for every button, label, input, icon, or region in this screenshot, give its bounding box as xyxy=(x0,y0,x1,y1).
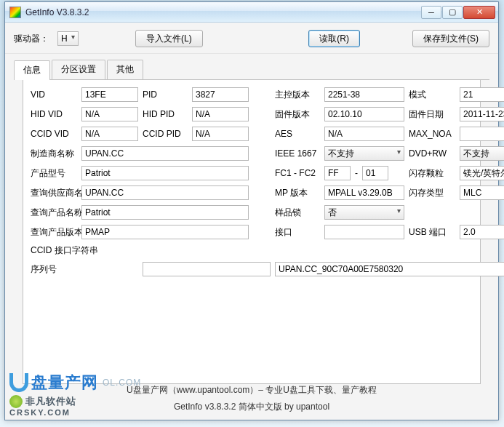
flasht-field[interactable] xyxy=(460,185,504,200)
serial-left-field[interactable] xyxy=(143,262,271,276)
tabs: 信息 分区设置 其他 VID PID 主控版本 模式 HID VID HID P… xyxy=(5,54,498,384)
qvendor-field[interactable] xyxy=(81,185,249,200)
aes-field[interactable] xyxy=(324,127,404,141)
hidpid-field[interactable] xyxy=(192,107,249,121)
tab-info[interactable]: 信息 xyxy=(14,60,50,80)
mfg-label: 制造商名称 xyxy=(31,148,77,160)
hidpid-label: HID PID xyxy=(143,109,188,119)
mfg-field[interactable] xyxy=(81,146,249,161)
prod-field[interactable] xyxy=(81,166,249,180)
footer-line1: U盘量产网（www.upantool.com）– 专业U盘工具下载、量产教程 xyxy=(5,382,498,399)
tab-other[interactable]: 其他 xyxy=(107,60,143,79)
vid-label: VID xyxy=(31,89,77,100)
sample-select[interactable]: 否 xyxy=(324,205,404,220)
qprod-field[interactable] xyxy=(81,205,249,220)
qvendor-label: 查询供应商名称 xyxy=(31,187,77,199)
sample-label: 样品锁 xyxy=(275,207,320,219)
info-panel: VID PID 主控版本 模式 HID VID HID PID 固件版本 固件日… xyxy=(23,80,481,384)
hidvid-field[interactable] xyxy=(81,107,138,121)
mode-field[interactable] xyxy=(460,87,504,102)
maxnoa-label: MAX_NOA xyxy=(409,129,455,139)
app-icon xyxy=(9,7,21,18)
pid-field[interactable] xyxy=(192,87,249,102)
prod-label: 产品型号 xyxy=(31,167,77,180)
maxnoa-field[interactable] xyxy=(460,127,504,141)
drive-select[interactable]: H xyxy=(57,31,79,46)
dvdrw-select[interactable]: 不支持 xyxy=(460,146,504,161)
drive-label: 驱动器： xyxy=(14,33,49,45)
qver-field[interactable] xyxy=(81,225,249,239)
read-button[interactable]: 读取(R) xyxy=(308,30,360,47)
fwver-label: 固件版本 xyxy=(275,108,320,121)
iface-label: 接口 xyxy=(275,226,320,239)
window-buttons: ─ ▢ ✕ xyxy=(421,6,495,19)
ccidvid-label: CCID VID xyxy=(31,129,77,139)
fc-pair: - xyxy=(324,166,404,180)
tabstrip: 信息 分区设置 其他 xyxy=(14,60,489,80)
iface-field[interactable] xyxy=(324,225,404,239)
ccidvid-field[interactable] xyxy=(81,127,138,141)
mcver-field[interactable] xyxy=(324,87,404,102)
vid-field[interactable] xyxy=(81,87,138,102)
serial-label: 序列号 xyxy=(31,263,77,276)
ccidpid-field[interactable] xyxy=(192,127,249,141)
tab-partition[interactable]: 分区设置 xyxy=(52,60,105,79)
fc-label: FC1 - FC2 xyxy=(275,168,320,178)
fwdate-field[interactable] xyxy=(460,107,504,121)
usb-field[interactable] xyxy=(460,225,504,239)
mode-label: 模式 xyxy=(409,89,455,101)
qprod-label: 查询产品名称 xyxy=(31,207,77,219)
ieee-select[interactable]: 不支持 xyxy=(324,146,404,161)
import-button[interactable]: 导入文件(L) xyxy=(135,30,203,47)
mcver-label: 主控版本 xyxy=(275,89,320,101)
aes-label: AES xyxy=(275,129,320,139)
flashp-field[interactable] xyxy=(460,166,504,180)
flashp-label: 闪存颗粒 xyxy=(409,167,455,180)
usb-label: USB 端口 xyxy=(409,226,455,239)
hidvid-label: HID VID xyxy=(31,109,77,119)
footer: U盘量产网（www.upantool.com）– 专业U盘工具下载、量产教程 G… xyxy=(5,382,498,415)
ccidstr-label: CCID 接口字符串 xyxy=(31,244,77,257)
minimize-button[interactable]: ─ xyxy=(421,6,441,19)
flasht-label: 闪存类型 xyxy=(409,187,455,199)
dvdrw-label: DVD+RW xyxy=(409,148,455,159)
pid-label: PID xyxy=(143,89,188,100)
titlebar: GetInfo V3.8.3.2 ─ ▢ ✕ xyxy=(5,2,498,23)
drive-select-wrap: H xyxy=(57,31,79,46)
close-button[interactable]: ✕ xyxy=(463,6,495,19)
serial-right-field[interactable] xyxy=(275,262,504,276)
fwver-field[interactable] xyxy=(324,107,404,121)
field-grid: VID PID 主控版本 模式 HID VID HID PID 固件版本 固件日… xyxy=(31,87,473,276)
maximize-button[interactable]: ▢ xyxy=(442,6,463,19)
mpver-label: MP 版本 xyxy=(275,187,320,199)
window-title: GetInfo V3.8.3.2 xyxy=(25,7,421,17)
toolbar: 驱动器： H 导入文件(L) 读取(R) 保存到文件(S) xyxy=(5,23,498,54)
mpver-field[interactable] xyxy=(324,185,404,200)
fc1-field[interactable] xyxy=(324,166,351,180)
fc2-field[interactable] xyxy=(362,166,388,180)
save-button[interactable]: 保存到文件(S) xyxy=(412,30,489,47)
ieee-label: IEEE 1667 xyxy=(275,148,320,159)
app-window: GetInfo V3.8.3.2 ─ ▢ ✕ 驱动器： H 导入文件(L) 读取… xyxy=(4,1,499,420)
fwdate-label: 固件日期 xyxy=(409,108,455,121)
qver-label: 查询产品版本 xyxy=(31,226,77,239)
ccidpid-label: CCID PID xyxy=(143,129,188,139)
fc-sep: - xyxy=(353,168,359,178)
footer-line2: GetInfo v3.8.3.2 简体中文版 by upantool xyxy=(5,399,498,415)
